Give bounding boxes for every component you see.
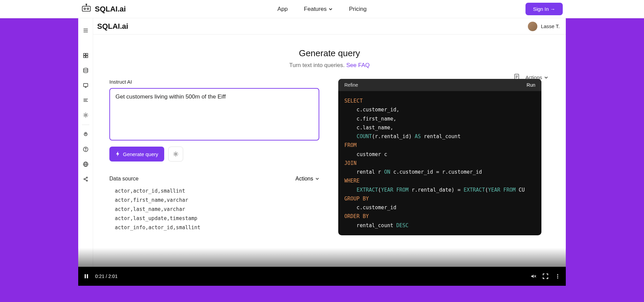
instruct-label: Instruct AI — [109, 79, 132, 85]
hero-subtitle: Turn text into queries. See FAQ — [109, 62, 550, 69]
svg-point-26 — [84, 178, 85, 180]
svg-point-20 — [85, 133, 86, 134]
svg-point-2 — [87, 8, 89, 9]
user-name: Lasse T. — [541, 23, 560, 29]
sidebar — [78, 18, 93, 286]
content: Generate query Turn text into queries. S… — [93, 35, 566, 286]
nav-pricing[interactable]: Pricing — [349, 6, 367, 13]
main: SQLAI.ai Lasse T. Generate query Turn te… — [93, 18, 566, 286]
robot-icon — [81, 4, 91, 15]
bolt-icon — [115, 152, 120, 156]
ds-row: actor,first_name,varchar — [115, 196, 319, 205]
svg-line-29 — [85, 178, 86, 179]
help-icon[interactable] — [78, 142, 93, 157]
svg-rect-11 — [86, 56, 87, 58]
svg-point-12 — [83, 68, 88, 70]
svg-point-22 — [85, 150, 86, 151]
two-col: Instruct AI Actions — [109, 79, 550, 235]
topbar: SQLAI.ai Lasse T. — [93, 18, 566, 35]
app-title: SQLAI.ai — [97, 22, 128, 31]
svg-line-30 — [85, 179, 86, 180]
svg-rect-37 — [87, 274, 88, 278]
rocket-icon[interactable] — [78, 127, 93, 142]
sql-body: SELECT c.customer_id, c.first_name, c.la… — [338, 91, 541, 235]
nav-app[interactable]: App — [277, 6, 287, 13]
svg-rect-13 — [83, 84, 88, 87]
nav-features[interactable]: Features — [304, 6, 333, 13]
right-col: Refine Run SELECT c.customer_id, c.first… — [338, 79, 541, 235]
svg-point-19 — [85, 114, 86, 116]
svg-rect-36 — [85, 274, 86, 278]
generate-settings-button[interactable] — [168, 147, 183, 161]
sidebar-divider — [82, 125, 89, 125]
svg-rect-8 — [83, 53, 85, 55]
ds-row: actor_info,actor_id,smallint — [115, 223, 319, 232]
svg-point-4 — [86, 4, 87, 5]
stage: SQLAI.ai Lasse T. Generate query Turn te… — [0, 18, 644, 302]
database-icon[interactable] — [78, 63, 93, 78]
svg-point-40 — [557, 274, 558, 275]
pause-icon[interactable] — [83, 273, 90, 280]
ds-row: actor,last_update,timestamp — [115, 214, 319, 223]
left-col: Instruct AI Actions — [109, 79, 319, 232]
svg-rect-9 — [86, 53, 87, 55]
instruct-header: Instruct AI Actions — [109, 79, 319, 85]
svg-rect-0 — [82, 6, 90, 11]
brand[interactable]: SQLAI.ai — [81, 4, 126, 15]
chevron-down-icon — [544, 76, 548, 80]
svg-point-27 — [86, 177, 87, 178]
more-icon[interactable] — [554, 273, 561, 280]
svg-point-42 — [557, 277, 558, 278]
hero-title: Generate query — [109, 48, 550, 59]
video-frame: SQLAI.ai Lasse T. Generate query Turn te… — [78, 18, 566, 286]
outer-nav-links: App Features Pricing — [277, 6, 366, 13]
ds-row: actor,actor_id,smallint — [115, 187, 319, 196]
data-source-header: Data source Actions — [109, 176, 319, 182]
svg-point-28 — [86, 180, 87, 181]
share-icon[interactable] — [78, 172, 93, 187]
chevron-down-icon — [315, 177, 319, 181]
svg-point-41 — [557, 276, 558, 277]
generate-row: Generate query — [109, 147, 319, 161]
menu-icon[interactable] — [78, 23, 93, 38]
generate-button[interactable]: Generate query — [109, 147, 164, 161]
gear-icon — [173, 151, 179, 157]
app: SQLAI.ai Lasse T. Generate query Turn te… — [78, 18, 566, 286]
video-controls: 0:21 / 2:01 — [78, 267, 566, 286]
faq-link[interactable]: See FAQ — [346, 62, 370, 68]
prompt-input[interactable] — [109, 88, 319, 141]
refine-button[interactable]: Refine — [344, 82, 358, 88]
sql-head: Refine Run — [338, 79, 541, 91]
svg-point-1 — [84, 8, 86, 9]
settings-icon[interactable] — [78, 108, 93, 123]
presentation-icon[interactable] — [78, 78, 93, 93]
outer-nav: SQLAI.ai App Features Pricing Sign In → — [0, 0, 644, 18]
run-button[interactable]: Run — [527, 82, 535, 88]
dashboard-icon[interactable] — [78, 48, 93, 63]
data-source-label: Data source — [109, 176, 138, 182]
svg-rect-10 — [83, 56, 85, 58]
sql-panel: Refine Run SELECT c.customer_id, c.first… — [338, 79, 541, 235]
chevron-down-icon — [329, 7, 333, 11]
avatar — [528, 22, 537, 31]
hero: Generate query Turn text into queries. S… — [109, 48, 550, 69]
fullscreen-icon[interactable] — [542, 273, 549, 280]
svg-point-35 — [175, 153, 177, 155]
list-icon[interactable] — [78, 93, 93, 108]
ds-row: actor,last_name,varchar — [115, 205, 319, 214]
brand-text: SQLAI.ai — [95, 5, 126, 14]
sign-in-button[interactable]: Sign In → — [525, 3, 563, 15]
data-source-list: actor,actor_id,smallint actor,first_name… — [109, 187, 319, 232]
user-menu[interactable]: Lasse T. — [528, 22, 560, 31]
mute-icon[interactable] — [530, 273, 537, 280]
globe-icon[interactable] — [78, 157, 93, 172]
data-source-actions[interactable]: Actions — [296, 176, 319, 182]
video-time: 0:21 / 2:01 — [95, 274, 117, 279]
